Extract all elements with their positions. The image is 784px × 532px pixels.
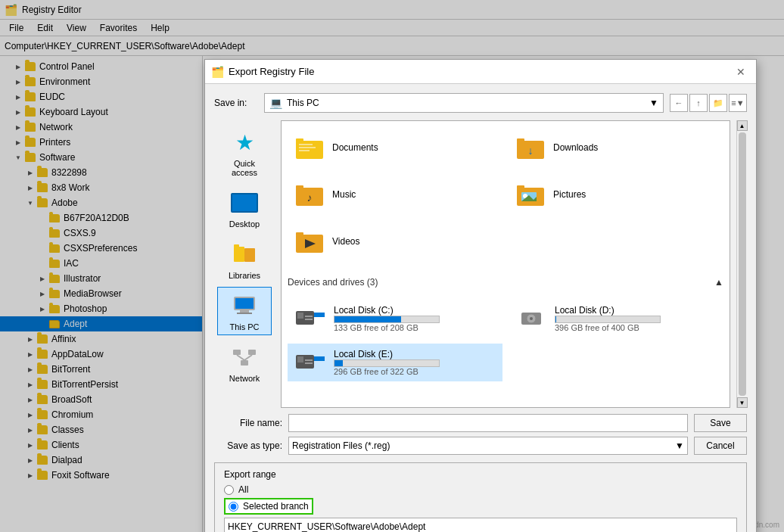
svg-rect-42 <box>305 362 313 364</box>
dialog-bottom: File name: Save Save as type: Registrati… <box>214 414 747 532</box>
svg-line-11 <box>244 355 252 360</box>
file-item-pictures[interactable]: Pictures <box>509 174 723 215</box>
scroll-up-button[interactable]: ▲ <box>737 120 748 131</box>
shortcut-libraries[interactable]: Libraries <box>217 235 272 284</box>
svg-line-10 <box>237 355 244 360</box>
desktop-icon <box>229 188 260 218</box>
filename-row: File name: Save <box>214 414 747 432</box>
file-item-music[interactable]: ♪ Music <box>288 174 502 215</box>
svg-rect-32 <box>297 313 303 319</box>
export-range: Export range All Selected branch <box>214 462 747 532</box>
radio-selected-branch-label: Selected branch <box>243 501 309 512</box>
cancel-button[interactable]: Cancel <box>694 437 747 455</box>
svg-rect-18 <box>517 138 524 142</box>
svg-rect-2 <box>234 244 239 247</box>
dialog-close-button[interactable]: ✕ <box>732 63 750 81</box>
svg-rect-8 <box>248 350 256 355</box>
pictures-icon <box>515 179 546 210</box>
drive-d-bar-inner <box>555 316 556 322</box>
shortcut-label: This PC <box>229 322 259 331</box>
downloads-icon: ↓ <box>515 132 546 163</box>
file-item-documents[interactable]: Documents <box>288 127 502 168</box>
filename-label: File name: <box>214 418 282 428</box>
save-in-row: Save in: 💻 This PC ▼ ← ↑ 📁 ≡▼ <box>214 93 747 113</box>
radio-all-label: All <box>238 484 248 495</box>
scroll-down-button[interactable]: ▼ <box>737 397 748 408</box>
shortcut-label: Network <box>229 374 260 383</box>
drive-e-name: Local Disk (E:) <box>334 349 440 359</box>
svg-rect-5 <box>240 310 249 313</box>
drives-grid: Local Disk (C:) 133 GB free of 208 GB <box>288 300 723 381</box>
save-button[interactable]: Save <box>694 414 747 432</box>
branch-path-input[interactable] <box>224 518 737 532</box>
drive-e-info: Local Disk (E:) 296 GB free of 322 GB <box>334 349 440 376</box>
svg-rect-16 <box>299 150 310 151</box>
shortcut-label: Libraries <box>229 271 260 280</box>
shortcut-quick-access[interactable]: ★ Quick access <box>217 123 272 181</box>
libraries-icon <box>229 239 260 269</box>
drive-c-bar-inner <box>334 316 401 322</box>
filename-input[interactable] <box>288 414 688 432</box>
devices-collapse-button[interactable]: ▲ <box>714 274 723 291</box>
devices-section: Devices and drives (3) ▲ <box>288 268 723 381</box>
file-item-videos[interactable]: Videos <box>288 221 502 262</box>
scrollbar[interactable]: ▲ ▼ <box>736 120 747 408</box>
shortcut-network[interactable]: Network <box>217 338 272 387</box>
drive-item-c[interactable]: Local Disk (C:) 133 GB free of 208 GB <box>288 300 502 338</box>
svg-rect-33 <box>305 316 313 317</box>
file-item-downloads[interactable]: ↓ Downloads <box>509 127 723 168</box>
nav-view-button[interactable]: ≡▼ <box>729 94 747 112</box>
shortcut-this-pc[interactable]: This PC <box>217 287 272 335</box>
drive-e-row: Local Disk (E:) 296 GB free of 322 GB <box>294 349 496 376</box>
drive-d-icon <box>515 306 547 331</box>
drive-e-free: 296 GB free of 322 GB <box>334 367 440 376</box>
svg-rect-6 <box>237 313 252 314</box>
nav-up-button[interactable]: ↑ <box>689 94 708 112</box>
saveastype-dropdown[interactable]: Registration Files (*.reg) ▼ <box>288 437 688 455</box>
radio-all-row: All <box>224 484 737 495</box>
drive-d-free: 396 GB free of 400 GB <box>555 323 661 332</box>
shortcut-label: Desktop <box>229 219 260 229</box>
shortcut-desktop[interactable]: Desktop <box>217 184 272 232</box>
folder-label: Downloads <box>553 142 598 153</box>
radio-selected-branch[interactable] <box>229 502 238 512</box>
devices-separator: Devices and drives (3) ▲ <box>288 268 723 297</box>
network-icon <box>229 342 260 372</box>
save-in-combo[interactable]: 💻 This PC ▼ <box>264 93 664 113</box>
nav-buttons: ← ↑ 📁 ≡▼ <box>670 94 747 112</box>
dialog-body: Save in: 💻 This PC ▼ ← ↑ 📁 ≡▼ ★ <box>205 84 756 532</box>
dialog-icon: 🗂️ <box>211 66 224 78</box>
svg-rect-40 <box>297 356 303 362</box>
svg-rect-1 <box>244 248 255 262</box>
dropdown-arrow-icon: ▼ <box>675 440 684 451</box>
scroll-thumb[interactable] <box>739 132 746 396</box>
drive-item-d[interactable]: Local Disk (D:) 396 GB free of 400 GB <box>509 300 723 338</box>
svg-rect-13 <box>296 138 303 142</box>
selected-branch-row: Selected branch <box>224 498 313 515</box>
nav-back-button[interactable]: ← <box>670 94 688 112</box>
svg-rect-24 <box>517 185 524 189</box>
drive-item-e[interactable]: Local Disk (E:) 296 GB free of 322 GB <box>288 344 502 381</box>
svg-point-38 <box>530 317 533 320</box>
drive-c-bar-outer <box>334 316 440 323</box>
svg-text:♪: ♪ <box>307 191 313 204</box>
this-pc-icon <box>229 291 260 321</box>
documents-icon <box>294 132 325 163</box>
shortcuts-panel: ★ Quick access Desktop <box>214 120 275 408</box>
svg-rect-9 <box>241 360 248 366</box>
svg-rect-4 <box>235 298 254 309</box>
nav-new-folder-button[interactable]: 📁 <box>709 94 727 112</box>
file-browser: Documents ↓ Downloads <box>281 120 730 408</box>
svg-rect-41 <box>305 359 313 361</box>
folder-label: Music <box>332 189 356 200</box>
svg-text:↓: ↓ <box>528 145 534 157</box>
save-in-label: Save in: <box>214 98 258 108</box>
this-pc-small-icon: 💻 <box>269 97 282 109</box>
radio-all[interactable] <box>224 485 234 495</box>
svg-rect-7 <box>233 350 241 355</box>
drive-c-icon <box>294 306 326 331</box>
drive-d-row: Local Disk (D:) 396 GB free of 400 GB <box>515 305 717 332</box>
devices-label: Devices and drives (3) <box>288 277 378 288</box>
drive-d-info: Local Disk (D:) 396 GB free of 400 GB <box>555 305 661 332</box>
drive-d-name: Local Disk (D:) <box>555 305 661 316</box>
